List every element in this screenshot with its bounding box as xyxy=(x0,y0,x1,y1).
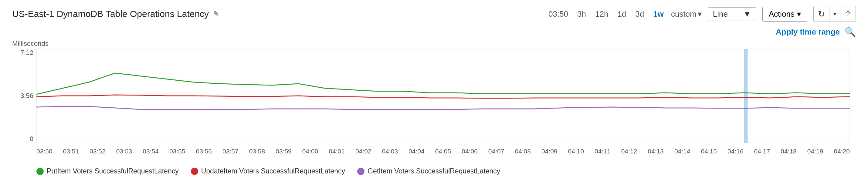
y-tick-max: 7.12 xyxy=(20,49,33,57)
x-tick-29: 04:19 xyxy=(807,148,824,155)
x-tick-22: 04:12 xyxy=(621,148,637,155)
y-tick-min: 0 xyxy=(30,135,33,143)
time-btn-12h[interactable]: 12h xyxy=(593,8,610,20)
actions-arrow: ▾ xyxy=(797,9,801,19)
x-tick-27: 04:17 xyxy=(754,148,770,155)
chart-svg xyxy=(36,49,850,143)
chart-svg-container xyxy=(36,49,850,143)
getitem-line xyxy=(36,106,850,109)
x-tick-19: 04:09 xyxy=(541,148,558,155)
x-tick-3: 03:53 xyxy=(116,148,132,155)
search-icon[interactable]: 🔍 xyxy=(845,27,856,37)
x-tick-20: 04:10 xyxy=(568,148,584,155)
time-btn-1w[interactable]: 1w xyxy=(651,8,665,20)
legend-item-putitem: PutItem Voters SuccessfulRequestLatency xyxy=(36,167,179,175)
legend-dot-putitem xyxy=(36,168,44,175)
x-tick-30: 04:20 xyxy=(834,148,850,155)
chart-area: Milliseconds 7.12 3.56 0 xyxy=(12,40,856,161)
x-tick-28: 04:18 xyxy=(781,148,797,155)
x-tick-21: 04:11 xyxy=(594,148,611,155)
custom-label: custom xyxy=(671,9,696,19)
help-icon: ? xyxy=(846,10,850,18)
chart-type-select[interactable]: Line ▼ xyxy=(708,7,756,21)
x-tick-24: 04:14 xyxy=(674,148,690,155)
y-tick-mid: 3.56 xyxy=(20,92,33,100)
legend-label-getitem: GetItem Voters SuccessfulRequestLatency xyxy=(368,167,500,175)
custom-arrow: ▾ xyxy=(698,9,702,19)
chart-type-arrow: ▼ xyxy=(743,9,751,19)
time-btn-1d[interactable]: 1d xyxy=(616,8,628,20)
chart-type-label: Line xyxy=(713,9,728,19)
updateitem-line xyxy=(36,95,850,98)
refresh-dropdown-arrow: ▾ xyxy=(833,11,836,17)
x-tick-23: 04:13 xyxy=(648,148,664,155)
chart-title: US-East-1 DynamoDB Table Operations Late… xyxy=(12,9,209,19)
legend-label-updateitem: UpdateItem Voters SuccessfulRequestLaten… xyxy=(201,167,345,175)
x-tick-10: 04:00 xyxy=(302,148,318,155)
x-tick-26: 04:16 xyxy=(727,148,744,155)
chart-legend: PutItem Voters SuccessfulRequestLatency … xyxy=(12,167,856,175)
x-tick-5: 03:55 xyxy=(169,148,185,155)
time-marker xyxy=(744,49,748,143)
x-tick-16: 04:06 xyxy=(462,148,478,155)
x-tick-17: 04:07 xyxy=(488,148,504,155)
legend-dot-updateitem xyxy=(191,168,198,175)
x-tick-15: 04:05 xyxy=(435,148,451,155)
x-tick-7: 03:57 xyxy=(222,148,239,155)
x-tick-0: 03:50 xyxy=(36,148,53,155)
legend-label-putitem: PutItem Voters SuccessfulRequestLatency xyxy=(47,167,179,175)
x-tick-4: 03:54 xyxy=(143,148,159,155)
x-tick-12: 04:02 xyxy=(355,148,371,155)
custom-time-button[interactable]: custom ▾ xyxy=(671,9,702,19)
time-btn-3h[interactable]: 3h xyxy=(576,8,588,20)
legend-item-updateitem: UpdateItem Voters SuccessfulRequestLaten… xyxy=(191,167,345,175)
x-tick-11: 04:01 xyxy=(329,148,345,155)
actions-label: Actions xyxy=(769,9,795,19)
x-tick-8: 03:58 xyxy=(249,148,265,155)
refresh-button[interactable]: ↻ xyxy=(813,6,829,22)
legend-dot-getitem xyxy=(357,168,365,175)
apply-time-range-link[interactable]: Apply time range xyxy=(776,27,840,37)
y-axis-label: Milliseconds xyxy=(12,40,49,48)
x-axis-ticks: 03:50 03:51 03:52 03:53 03:54 03:55 03:5… xyxy=(36,148,850,155)
x-tick-25: 04:15 xyxy=(701,148,717,155)
refresh-icon: ↻ xyxy=(818,9,825,19)
time-range-buttons: 03:50 3h 12h 1d 3d 1w custom ▾ xyxy=(547,8,702,20)
time-btn-3d[interactable]: 3d xyxy=(633,8,646,20)
legend-item-getitem: GetItem Voters SuccessfulRequestLatency xyxy=(357,167,500,175)
x-tick-2: 03:52 xyxy=(90,148,105,155)
x-tick-18: 04:08 xyxy=(515,148,531,155)
putitem-line xyxy=(36,73,850,94)
actions-button[interactable]: Actions ▾ xyxy=(763,7,807,22)
y-tick-labels: 7.12 3.56 0 xyxy=(12,49,36,143)
x-tick-1: 03:51 xyxy=(63,148,79,155)
refresh-dropdown-button[interactable]: ▾ xyxy=(829,6,840,22)
edit-icon[interactable]: ✎ xyxy=(213,10,219,18)
x-tick-14: 04:04 xyxy=(408,148,425,155)
help-button[interactable]: ? xyxy=(840,6,856,22)
time-btn-1h[interactable]: 03:50 xyxy=(547,8,570,20)
x-tick-9: 03:59 xyxy=(276,148,292,155)
x-tick-13: 04:03 xyxy=(382,148,398,155)
x-tick-6: 03:56 xyxy=(196,148,212,155)
